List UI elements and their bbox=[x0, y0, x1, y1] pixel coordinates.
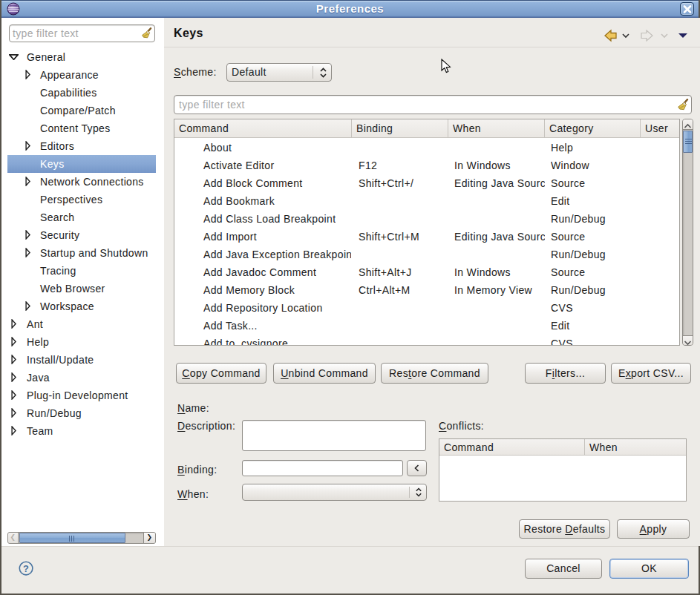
svg-text:?: ? bbox=[23, 563, 29, 574]
